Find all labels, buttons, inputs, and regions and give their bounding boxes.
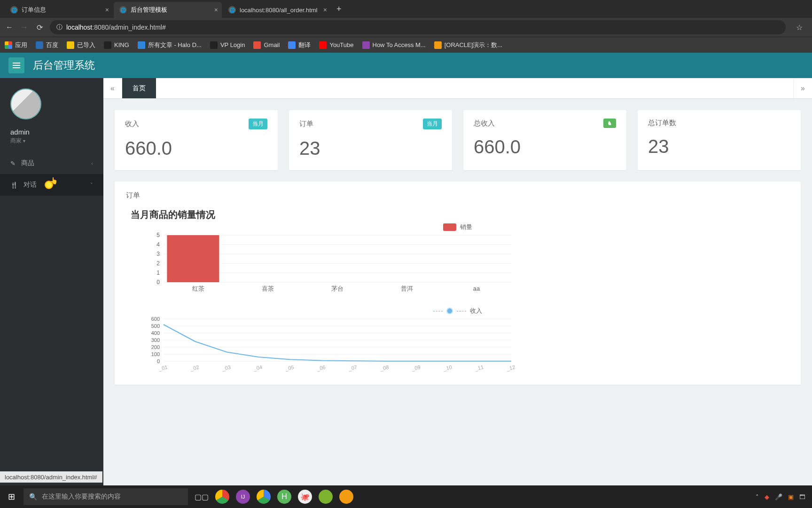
- app-icon[interactable]: [339, 490, 353, 504]
- svg-text:普洱: 普洱: [401, 285, 413, 292]
- user-role[interactable]: 商家: [10, 137, 93, 145]
- bookmark-item[interactable]: How To Access M...: [362, 41, 426, 49]
- svg-text:_11: _11: [474, 364, 484, 372]
- main-content: « 首页 » 收入当月660.0订单当月23总收入♞660.0总订单数23 订单…: [103, 78, 812, 485]
- panel-title: 订单: [126, 191, 789, 200]
- search-placeholder: 在这里输入你要搜索的内容: [42, 492, 121, 501]
- system-tray[interactable]: ˄ ◆ 🎤 ▣ 🗔: [756, 493, 812, 500]
- svg-text:4: 4: [156, 241, 160, 248]
- bookmark-item[interactable]: YouTube: [319, 41, 353, 49]
- back-button[interactable]: ←: [5, 23, 14, 32]
- tray-app-icon[interactable]: ◆: [765, 493, 769, 500]
- legend-label: 销量: [460, 223, 472, 231]
- bookmark-label: KING: [114, 41, 129, 48]
- url-input[interactable]: ⓘ localhost:8080/admin_index.html#: [50, 20, 786, 34]
- sidebar: admin 商家 ✎ 商品 ‹ 🍴 对话 👆 ˅: [0, 78, 103, 485]
- svg-text:100: 100: [151, 351, 160, 357]
- bookmark-star-icon[interactable]: ☆: [791, 23, 807, 32]
- bookmark-label: [ORACLE]演示：数...: [445, 41, 503, 49]
- chart-title: 当月商品的销量情况: [131, 208, 789, 221]
- card-label: 总收入: [474, 119, 495, 128]
- menu-toggle-button[interactable]: [8, 57, 24, 73]
- svg-text:0: 0: [157, 358, 160, 364]
- legend-point-icon: [446, 308, 453, 314]
- close-icon[interactable]: ×: [214, 6, 218, 14]
- bookmark-favicon-icon: [138, 41, 145, 49]
- bookmark-item[interactable]: Gmail: [253, 41, 280, 49]
- sidebar-item-chat[interactable]: 🍴 对话 👆 ˅: [0, 174, 103, 196]
- bookmark-label: 应用: [15, 41, 27, 49]
- tray-mic-icon[interactable]: 🎤: [775, 493, 782, 500]
- tray-battery-icon[interactable]: 🗔: [799, 493, 805, 500]
- svg-text:200: 200: [151, 344, 160, 350]
- browser-tab[interactable]: 🌐 localhost:8080/all_order.html ×: [223, 2, 331, 18]
- chevron-left-icon: ‹: [91, 160, 93, 166]
- fork-icon: 🍴: [10, 182, 18, 189]
- browser-tab[interactable]: 🌐 订单信息 ×: [5, 2, 113, 18]
- task-view-icon[interactable]: ▢▢: [195, 490, 209, 504]
- card-value: 23: [648, 136, 790, 157]
- bookmark-label: 翻译: [298, 41, 311, 49]
- bookmark-item[interactable]: 翻译: [288, 41, 311, 49]
- tab-title: 订单信息: [22, 6, 46, 14]
- sidebar-item-products[interactable]: ✎ 商品 ‹: [0, 152, 103, 174]
- browser-tab[interactable]: 🌐 后台管理模板 ×: [114, 2, 222, 18]
- stat-card: 订单当月23: [289, 110, 452, 170]
- page-tab-home[interactable]: 首页: [122, 78, 156, 98]
- card-label: 收入: [125, 119, 139, 128]
- ide-icon[interactable]: IJ: [236, 490, 250, 504]
- wechat-icon[interactable]: [319, 490, 333, 504]
- tabs-scroll-left[interactable]: «: [103, 78, 122, 98]
- reload-button[interactable]: ⟳: [35, 23, 44, 32]
- svg-text:_10: _10: [442, 364, 452, 372]
- close-icon[interactable]: ×: [323, 6, 327, 14]
- bookmark-item[interactable]: VP Login: [210, 41, 245, 49]
- new-tab-button[interactable]: +: [332, 4, 346, 14]
- forward-button[interactable]: →: [20, 23, 29, 32]
- chrome2-icon[interactable]: [257, 490, 271, 504]
- svg-text:红茶: 红茶: [192, 285, 204, 292]
- line-legend: 收入: [433, 307, 482, 315]
- tray-app-icon[interactable]: ▣: [788, 493, 794, 500]
- bookmark-item[interactable]: 百度: [36, 41, 58, 49]
- legend-line-icon: [457, 311, 466, 311]
- stat-card: 收入当月660.0: [115, 110, 278, 170]
- bookmark-item[interactable]: 所有文章 - Halo D...: [138, 41, 202, 49]
- bookmark-favicon-icon: [362, 41, 370, 49]
- card-badge: 当月: [423, 119, 442, 129]
- hbuilder-icon[interactable]: H: [277, 490, 291, 504]
- card-value: 23: [299, 138, 442, 159]
- bookmark-item[interactable]: [ORACLE]演示：数...: [434, 41, 503, 49]
- bookmark-favicon-icon: [67, 41, 74, 49]
- bookmark-label: VP Login: [220, 41, 245, 48]
- svg-text:_05: _05: [284, 364, 294, 372]
- bookmark-label: 已导入: [77, 41, 95, 49]
- start-button[interactable]: ⊞: [0, 485, 23, 508]
- bookmark-label: How To Access M...: [373, 41, 426, 48]
- bookmark-item[interactable]: 已导入: [67, 41, 95, 49]
- user-name: admin: [10, 128, 93, 136]
- tray-chevron-icon[interactable]: ˄: [756, 493, 759, 500]
- chrome-icon[interactable]: [215, 490, 229, 504]
- bookmark-favicon-icon: [36, 41, 43, 49]
- user-profile: admin 商家: [0, 78, 103, 152]
- site-info-icon[interactable]: ⓘ: [56, 23, 62, 32]
- tabs-scroll-right[interactable]: »: [793, 78, 812, 98]
- bookmark-label: Gmail: [264, 41, 280, 48]
- svg-text:喜茶: 喜茶: [262, 285, 274, 292]
- browser-tabbar: 🌐 订单信息 × 🌐 后台管理模板 × 🌐 localhost:8080/all…: [0, 0, 812, 18]
- windows-search-input[interactable]: 🔍 在这里输入你要搜索的内容: [23, 488, 188, 505]
- close-icon[interactable]: ×: [105, 6, 109, 14]
- bookmark-label: 所有文章 - Halo D...: [148, 41, 202, 49]
- svg-text:2: 2: [156, 260, 160, 267]
- bookmark-item[interactable]: KING: [104, 41, 129, 49]
- github-icon[interactable]: 🐙: [298, 490, 312, 504]
- avatar[interactable]: [10, 88, 41, 119]
- sidebar-item-label: 对话: [23, 181, 37, 189]
- bookmark-item[interactable]: 应用: [5, 41, 27, 49]
- svg-text:_01: _01: [158, 364, 168, 372]
- bookmark-label: YouTube: [329, 41, 353, 48]
- svg-text:1: 1: [156, 270, 160, 276]
- tab-title: localhost:8080/all_order.html: [240, 7, 318, 14]
- bar-chart: 销量 012345红茶喜茶茅台普洱aa: [126, 226, 789, 296]
